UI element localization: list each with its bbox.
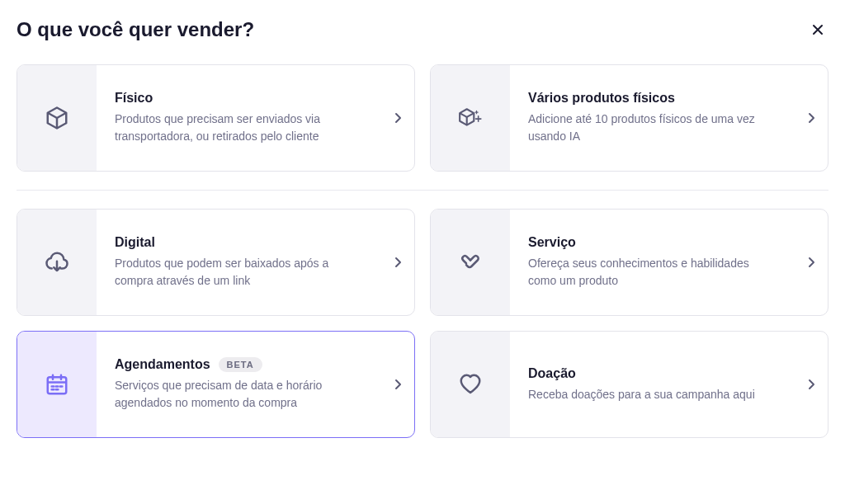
option-digital[interactable]: Digital Produtos que podem ser baixados … [17,209,415,316]
beta-badge: BETA [219,357,262,372]
option-desc: Serviços que precisam de data e horário … [115,377,365,412]
close-button[interactable] [807,19,828,40]
page-title: O que você quer vender? [17,18,254,41]
option-title: Serviço [528,235,576,250]
option-desc: Ofereça seus conhecimentos e habilidades… [528,255,778,290]
option-desc: Produtos que podem ser baixados após a c… [115,255,365,290]
close-icon [810,22,825,37]
chevron-container [381,65,414,171]
chevron-right-icon [391,111,404,125]
chevron-container [381,332,414,437]
option-title: Digital [115,235,155,250]
chevron-container [795,65,828,171]
option-desc: Receba doações para a sua campanha aqui [528,386,778,403]
chevron-right-icon [805,111,818,125]
chevron-right-icon [391,256,404,269]
icon-container [431,210,510,315]
option-content: Físico Produtos que precisam ser enviado… [97,65,381,171]
option-title: Doação [528,366,576,381]
chevron-container [381,210,414,315]
option-doacao[interactable]: Doação Receba doações para a sua campanh… [430,331,828,438]
chevron-right-icon [805,378,818,391]
chevron-right-icon [391,378,404,391]
option-varios-fisicos[interactable]: Vários produtos físicos Adicione até 10 … [430,64,828,172]
icon-container [431,332,510,437]
option-title: Agendamentos [115,357,210,372]
chevron-right-icon [805,256,818,269]
chevron-container [795,210,828,315]
option-title: Vários produtos físicos [528,91,675,106]
chevron-container [795,332,828,437]
option-content: Digital Produtos que podem ser baixados … [97,210,381,315]
icon-container [17,65,97,171]
divider [17,190,828,191]
option-content: Doação Receba doações para a sua campanh… [510,332,795,437]
option-content: Vários produtos físicos Adicione até 10 … [510,65,795,171]
handshake-icon [458,250,483,275]
option-content: Serviço Ofereça seus conhecimentos e hab… [510,210,795,315]
option-fisico[interactable]: Físico Produtos que precisam ser enviado… [17,64,415,172]
cloud-download-icon [45,250,69,275]
icon-container [17,210,97,315]
icon-container [17,332,97,437]
option-desc: Produtos que precisam ser enviados via t… [115,111,365,145]
option-desc: Adicione até 10 produtos físicos de uma … [528,111,778,145]
heart-icon [458,372,483,397]
option-agendamentos[interactable]: Agendamentos BETA Serviços que precisam … [17,331,415,438]
box-icon [45,106,69,130]
option-content: Agendamentos BETA Serviços que precisam … [97,332,381,437]
box-sparkle-icon [458,106,483,130]
option-servico[interactable]: Serviço Ofereça seus conhecimentos e hab… [430,209,828,316]
calendar-icon [45,372,69,397]
option-title: Físico [115,91,153,106]
icon-container [431,65,510,171]
